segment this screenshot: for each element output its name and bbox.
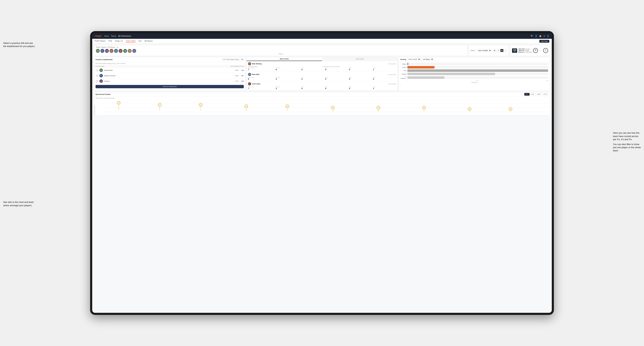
- subnav-team-clippd[interactable]: Team Clippd: [126, 40, 136, 42]
- subnav-hcaps[interactable]: Hcaps 1-5: [115, 40, 123, 42]
- streak-circle-1: 7x: [117, 101, 120, 105]
- add-team-button[interactable]: Add Team: [539, 40, 549, 43]
- show-select[interactable]: Last 3 months Last 6 months: [476, 49, 492, 52]
- streaks-tab-putt[interactable]: PUTT: [542, 93, 548, 96]
- subnav-all-players[interactable]: All Players: [144, 40, 152, 42]
- player-filter[interactable]: All Players: [422, 58, 434, 61]
- lb-rank-1: ●: [96, 69, 98, 72]
- nav-links: Home Teams My Performance: [104, 35, 131, 37]
- subnav-tour[interactable]: Tour: [138, 40, 142, 42]
- streaks-tab-ott[interactable]: OTT: [524, 93, 530, 96]
- pa-date-1: 26 Aug 2023: [388, 63, 396, 65]
- axis-0: 0: [408, 80, 408, 81]
- sort-icon[interactable]: ↕: [504, 49, 507, 52]
- bar-label-dbogeys: D. Bogeys +: [400, 76, 406, 79]
- pa-header-1: BM Blair McHarg 26 Aug 2023: [248, 62, 396, 65]
- three-cols: Practice Leaderboards PUTT Must Make Put…: [94, 57, 550, 91]
- pa-tournament-1: 7: [248, 68, 274, 71]
- streak-dot-4: 5x: [244, 105, 248, 111]
- grid-line-3: [103, 112, 548, 112]
- pa-practice-1: 6: [276, 68, 300, 71]
- streak-dot-2: 6x: [158, 103, 162, 110]
- profile-icon[interactable]: 👤: [535, 35, 538, 37]
- activity-item-2: RB Rees Britt 02 Sep 2023 Tournament 8: [246, 72, 398, 81]
- streaks-tab-app[interactable]: APP: [530, 93, 536, 96]
- streak-line-2: [160, 107, 160, 110]
- least-active-tab[interactable]: Least Active: [322, 57, 398, 61]
- bar-label-birdies: Birdies: [400, 67, 406, 68]
- lb-avatar-1: RB: [100, 68, 103, 72]
- bar-container-pars: 499: [408, 69, 548, 72]
- team-players-row: RB EC CA BM RB JC TW PH MK: [96, 49, 466, 53]
- grid-line-1: [103, 103, 548, 103]
- subnav-pga[interactable]: PGA: [108, 40, 112, 42]
- pa-arg-1: 0: [349, 68, 372, 71]
- subnav-pgat[interactable]: PGAT Players: [95, 40, 106, 42]
- settings-icon[interactable]: ⚙: [544, 35, 545, 37]
- pa-app-3: 0: [325, 87, 348, 89]
- dist-circle-2: 0 yds: [543, 48, 548, 53]
- card-view-icon[interactable]: ▦: [500, 49, 504, 52]
- search-icon[interactable]: 🔍: [531, 35, 533, 37]
- shot-distances: 16 yds → 0 yds: [533, 48, 548, 53]
- lb-subtitle: PUTT Must Make Putting (3-6 ft), Last 3 …: [94, 62, 245, 65]
- lb-avg-3: 103: [240, 80, 244, 82]
- lb-avatar-2: EC: [100, 74, 103, 77]
- pa-putt-3: 1: [373, 87, 396, 89]
- streak-circle-10: 3x: [509, 107, 512, 111]
- pa-stat-label-practice-activities-1: Total Practice Activities: [322, 66, 347, 67]
- streak-line-10: [510, 111, 511, 113]
- bar-chart: Eagles 3 Birdies: [399, 62, 550, 84]
- tablet-frame: clippd Home Teams My Performance 🔍 👤 🔔 ⚙…: [90, 31, 554, 315]
- pa-name-2: Rees Britt: [252, 74, 387, 75]
- nav-teams[interactable]: Teams: [111, 35, 116, 37]
- drill-select[interactable]: PUTT Must Make Putting...: [222, 58, 244, 61]
- pa-tournament-2: 8: [248, 78, 274, 80]
- streaks-chart-area: % Fairway Accuracy 7x 6x: [94, 100, 550, 115]
- nav-right: 🔍 👤 🔔 ⚙ 👤: [531, 35, 549, 37]
- streak-circle-6: 4x: [331, 106, 334, 109]
- avatar-5: RB: [114, 49, 118, 53]
- pa-practice-2: 4: [276, 78, 300, 80]
- shot-badge: 198 SC: [512, 48, 517, 53]
- bar-row-pars: Pars 499: [400, 69, 548, 72]
- show-label: Show:: [470, 50, 475, 51]
- streak-dot-3: 6x: [199, 103, 202, 110]
- scoring-card: Scoring Par 3, 4 & 5s All Players E: [399, 57, 550, 91]
- grid-line-2: [103, 107, 548, 108]
- bar-fill-dbogeys: [408, 76, 444, 79]
- dist-circle-1: 16 yds: [533, 48, 538, 53]
- streak-dot-7: 4x: [376, 106, 380, 112]
- view-full-leaderboard-button[interactable]: View Full Leaderboard: [96, 85, 244, 88]
- pa-stat-label-total-rounds-1: Total Rounds: [248, 66, 272, 67]
- nav-my-performance[interactable]: My Performance: [118, 35, 131, 37]
- pa-date-3: 26 Aug 2023: [388, 83, 396, 85]
- scoring-title: Scoring: [400, 58, 406, 60]
- bar-value-dbogeys: 131: [550, 77, 550, 78]
- pa-practice-3: 2: [276, 87, 300, 89]
- edit-team-icon[interactable]: ✏️: [117, 46, 119, 48]
- grid-view-icon[interactable]: ⊞: [493, 49, 496, 52]
- most-active-tab[interactable]: Most Active: [246, 57, 322, 61]
- streak-line-9: [470, 111, 470, 113]
- streak-line-8: [424, 110, 424, 112]
- streaks-tabs: OTT APP ARG PUTT: [524, 93, 548, 96]
- activity-tabs: Most Active Least Active: [246, 57, 398, 61]
- team-title: Team Clippd | 14 Players: [96, 46, 115, 48]
- chart-axis: 0 200 400: [400, 80, 548, 81]
- par-filter[interactable]: Par 3, 4 & 5s: [407, 58, 421, 61]
- bell-icon[interactable]: 🔔: [539, 35, 542, 37]
- lb-title: Practice Leaderboards: [96, 59, 112, 60]
- list-view-icon[interactable]: ≡: [497, 49, 500, 52]
- top-nav: clippd Home Teams My Performance 🔍 👤 🔔 ⚙…: [92, 33, 552, 39]
- nav-home[interactable]: Home: [104, 35, 109, 37]
- streaks-tab-arg[interactable]: ARG: [536, 93, 542, 96]
- user-avatar-icon[interactable]: 👤: [547, 35, 549, 37]
- bar-value-pars: 499: [550, 70, 550, 71]
- lb-card-header: Practice Leaderboards PUTT Must Make Put…: [94, 57, 245, 62]
- avatar-8: PH: [128, 49, 132, 53]
- activity-item-1: BM Blair McHarg 26 Aug 2023 Total Rounds: [246, 61, 398, 72]
- avatar-9: MK: [132, 49, 136, 53]
- streak-dot-8: 4x: [422, 106, 426, 112]
- streak-circle-5: 5x: [286, 105, 289, 108]
